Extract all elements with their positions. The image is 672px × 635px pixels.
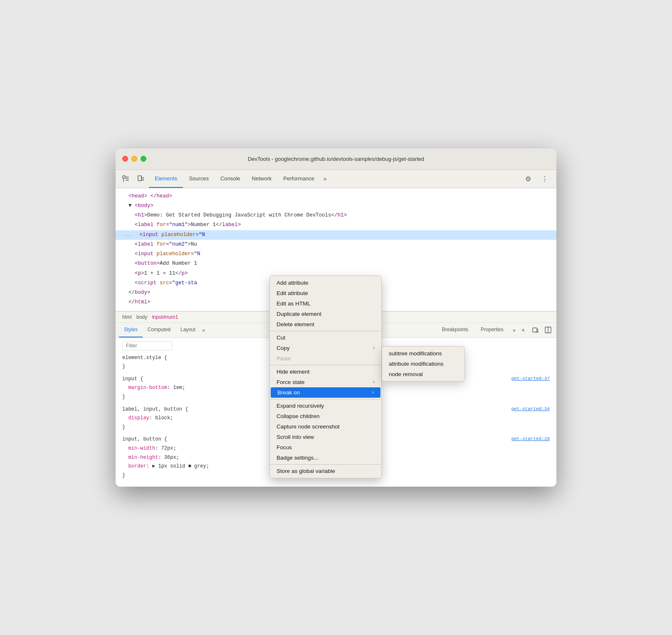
tab-sources[interactable]: Sources [183, 170, 215, 188]
break-on-submenu: subtree modifications attribute modifica… [382, 346, 465, 381]
dom-line: <button>Add Number 1 [116, 259, 556, 268]
breadcrumb-body[interactable]: body [136, 314, 147, 320]
arrow-icon: › [372, 389, 374, 395]
tab-elements[interactable]: Elements [149, 170, 183, 188]
tab-network[interactable]: Network [246, 170, 278, 188]
dom-line: <h1>Demo: Get Started Debugging JavaScri… [116, 211, 556, 220]
cm-edit-attribute[interactable]: Edit attribute [270, 288, 381, 298]
window-title: DevTools - googlechrome.github.io/devtoo… [248, 156, 424, 162]
tab-breakpoints[interactable]: Breakpoints [437, 327, 473, 333]
cm-cut[interactable]: Cut [270, 332, 381, 343]
dom-line: <head> </head> [116, 192, 556, 201]
tab-console[interactable]: Console [215, 170, 246, 188]
svg-rect-2 [142, 177, 143, 180]
styles-filter-input[interactable] [122, 341, 172, 350]
cm-focus[interactable]: Focus [270, 442, 381, 453]
maximize-button[interactable] [141, 156, 146, 162]
cm-paste: Paste [270, 353, 381, 364]
cm-duplicate-element[interactable]: Duplicate element [270, 309, 381, 319]
arrow-icon: › [373, 379, 375, 385]
add-style-rule-icon[interactable]: + [518, 325, 528, 335]
svg-rect-0 [123, 176, 125, 178]
tab-performance[interactable]: Performance [277, 170, 320, 188]
dom-line-highlighted[interactable]: ... <input placeholder="N [116, 230, 556, 240]
breadcrumb-active[interactable]: input#num1 [152, 314, 178, 320]
dom-line: <label for="num1">Number 1</label> [116, 220, 556, 230]
svg-rect-3 [533, 328, 537, 332]
cm-expand-recursively[interactable]: Expand recursively [270, 401, 381, 411]
tabs-list: Elements Sources Console Network Perform… [149, 170, 518, 188]
tabs-more-button[interactable]: » [320, 175, 330, 182]
dom-line: <label for="num2">Nu [116, 240, 556, 249]
devtools-window: DevTools - googlechrome.github.io/devtoo… [116, 148, 556, 487]
cm-scroll-into-view[interactable]: Scroll into view [270, 432, 381, 442]
settings-icon[interactable]: ⚙ [521, 172, 535, 185]
tab-computed[interactable]: Computed [143, 323, 175, 337]
tab-layout[interactable]: Layout [175, 323, 200, 337]
devtools-content: <head> </head> ▼ <body> <h1>Demo: Get St… [116, 188, 556, 487]
cm-badge-settings[interactable]: Badge settings... [270, 453, 381, 463]
traffic-lights [122, 156, 146, 162]
cm-hide-element[interactable]: Hide element [270, 367, 381, 377]
cm-separator [270, 365, 381, 365]
svg-rect-1 [138, 176, 141, 181]
devtools-tabs-bar: Elements Sources Console Network Perform… [116, 170, 556, 188]
cm-capture-screenshot[interactable]: Capture node screenshot [270, 421, 381, 432]
tab-styles[interactable]: Styles [119, 323, 143, 337]
title-bar: DevTools - googlechrome.github.io/devtoo… [116, 148, 556, 170]
submenu-node-removal[interactable]: node removal [382, 369, 464, 379]
cm-copy[interactable]: Copy › [270, 343, 381, 353]
cm-separator [270, 464, 381, 465]
submenu-attribute-modifications[interactable]: attribute modifications [382, 359, 464, 369]
dt-right-icons: ⚙ ⋮ [521, 172, 553, 185]
toggle-panel-icon[interactable] [543, 325, 553, 335]
cm-add-attribute[interactable]: Add attribute [270, 278, 381, 288]
bottom-right-tabs: Breakpoints Properties » + [437, 325, 553, 335]
more-options-icon[interactable]: ⋮ [538, 172, 551, 185]
cm-separator [270, 331, 381, 331]
cm-break-on[interactable]: Break on › [271, 387, 380, 398]
arrow-icon: › [373, 345, 375, 351]
submenu-subtree-modifications[interactable]: subtree modifications [382, 348, 464, 359]
cm-collapse-children[interactable]: Collapse children [270, 411, 381, 421]
cm-edit-as-html[interactable]: Edit as HTML [270, 298, 381, 309]
new-style-rule-icon[interactable] [531, 325, 541, 335]
minimize-button[interactable] [131, 156, 137, 162]
dom-line: <input placeholder="N [116, 249, 556, 259]
bottom-right-more[interactable]: » [513, 327, 516, 333]
bottom-tabs-more[interactable]: » [202, 327, 205, 333]
close-button[interactable] [122, 156, 128, 162]
dom-line: ▼ <body> [116, 201, 556, 211]
tab-properties[interactable]: Properties [476, 327, 509, 333]
device-toggle-icon[interactable] [134, 172, 147, 185]
context-menu: Add attribute Edit attribute Edit as HTM… [269, 276, 382, 478]
cm-separator [270, 399, 381, 399]
breadcrumb-html[interactable]: html [122, 314, 132, 320]
cm-force-state[interactable]: Force state › [270, 377, 381, 387]
cm-store-global[interactable]: Store as global variable [270, 466, 381, 476]
cm-delete-element[interactable]: Delete element [270, 319, 381, 330]
inspector-icon[interactable] [119, 172, 132, 185]
